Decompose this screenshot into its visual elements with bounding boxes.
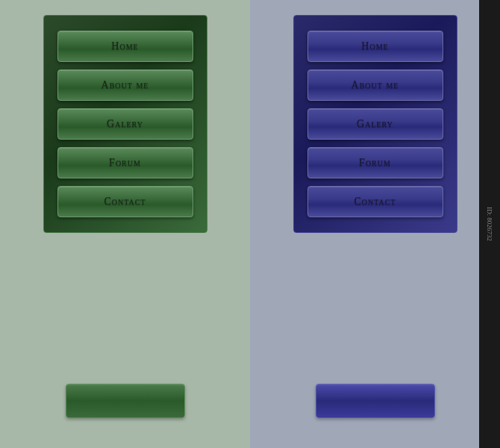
right-forum-button[interactable]: Forum xyxy=(307,147,443,178)
right-menu-box: Home About me Galery Forum Contact xyxy=(293,15,457,233)
left-forum-button[interactable]: Forum xyxy=(57,147,193,178)
right-aboutme-button[interactable]: About me xyxy=(307,69,443,101)
right-galery-button[interactable]: Galery xyxy=(307,108,443,140)
left-menu-box: Home About me Galery Forum Contact xyxy=(43,15,207,233)
left-contact-button[interactable]: Contact xyxy=(57,186,193,217)
left-galery-button[interactable]: Galery xyxy=(57,108,193,140)
right-bottom-button[interactable] xyxy=(316,384,435,418)
right-home-button[interactable]: Home xyxy=(307,31,443,62)
right-contact-button[interactable]: Contact xyxy=(307,186,443,217)
left-bottom-button[interactable] xyxy=(66,384,185,418)
watermark-text: ID: 8026732 xyxy=(486,207,493,241)
right-panel: Home About me Galery Forum Contact xyxy=(250,0,500,448)
left-panel: Home About me Galery Forum Contact xyxy=(0,0,250,448)
left-home-button[interactable]: Home xyxy=(57,31,193,62)
watermark-bar: ID: 8026732 xyxy=(479,0,500,448)
left-aboutme-button[interactable]: About me xyxy=(57,69,193,101)
